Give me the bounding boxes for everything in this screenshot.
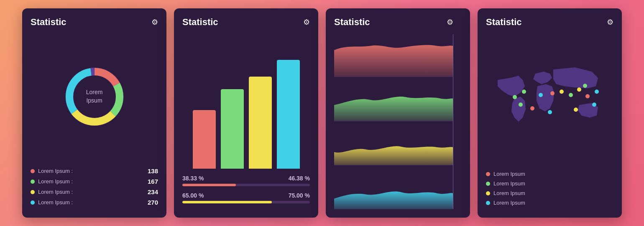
- svg-point-11: [560, 90, 564, 94]
- card-title-4: Statistic: [486, 17, 522, 28]
- card-map: Statistic ⚙: [478, 8, 622, 218]
- donut-wrapper: Lorem Ipsum: [57, 59, 132, 134]
- progress-label-left-1: 65.00 %: [182, 192, 204, 199]
- map-legend-item-3: Lorem Ipsum: [486, 200, 613, 206]
- progress-fill-1: [182, 201, 272, 203]
- legend-label-0: Lorem Ipsum :: [38, 168, 73, 174]
- card-area: Statistic ⚙ xx: [326, 8, 470, 218]
- svg-point-12: [569, 93, 573, 97]
- area-row-0: xx: [334, 34, 453, 77]
- area-svg-2: [334, 123, 453, 165]
- progress-label-right-1: 75.00 %: [289, 192, 310, 199]
- map-legend-dot-3: [486, 201, 490, 205]
- map-legend-item-2: Lorem Ipsum: [486, 190, 613, 196]
- progress-fill-0: [182, 184, 236, 186]
- legend-dot-3: [31, 200, 35, 205]
- card-header-3: Statistic ⚙: [334, 17, 453, 28]
- map-legend-dot-2: [486, 191, 490, 195]
- bar-1: [221, 89, 244, 169]
- map-legend-dot-1: [486, 182, 490, 186]
- legend-dot-1: [31, 180, 35, 184]
- map-container: [486, 34, 613, 167]
- legend-item-2: Lorem Ipsum : 234: [31, 188, 158, 195]
- world-map-svg: [491, 63, 608, 139]
- legend-dot-2: [31, 190, 35, 194]
- vertical-divider: [453, 34, 453, 209]
- svg-point-16: [519, 103, 523, 107]
- svg-point-14: [585, 94, 590, 98]
- progress-row-0: 38.33 % 46.38 %: [182, 175, 310, 186]
- legend-label-3: Lorem Ipsum :: [38, 199, 73, 205]
- gear-icon-2[interactable]: ⚙: [303, 18, 310, 27]
- bar-2: [249, 77, 272, 169]
- svg-point-9: [539, 93, 543, 97]
- progress-label-right-0: 46.38 %: [289, 175, 310, 182]
- area-charts-wrapper: xx xx: [334, 34, 453, 209]
- map-legend-item-0: Lorem Ipsum: [486, 171, 613, 177]
- svg-point-19: [574, 108, 578, 112]
- card-header-4: Statistic ⚙: [486, 17, 613, 28]
- legend-label-1: Lorem Ipsum :: [38, 178, 73, 185]
- map-legend-label-1: Lorem Ipsum: [493, 180, 525, 187]
- card-header-1: Statistic ⚙: [31, 17, 158, 28]
- donut-container: Lorem Ipsum: [31, 34, 158, 159]
- card-title-1: Statistic: [31, 17, 66, 28]
- donut-center-label: Lorem Ipsum: [86, 88, 103, 105]
- bar-0: [193, 110, 216, 169]
- area-row-2: xx: [334, 123, 453, 166]
- svg-point-17: [530, 106, 534, 110]
- legend-item-0: Lorem Ipsum : 138: [31, 167, 158, 175]
- legend-value-1: 167: [148, 178, 158, 185]
- map-legend-item-1: Lorem Ipsum: [486, 180, 613, 187]
- progress-section: 38.33 % 46.38 % 65.00 % 75.00 %: [182, 171, 310, 209]
- area-svg-3: [334, 167, 453, 209]
- area-row-3: xx: [334, 167, 453, 209]
- legend-item-3: Lorem Ipsum : 270: [31, 199, 158, 206]
- gear-icon-3[interactable]: ⚙: [447, 18, 453, 27]
- progress-bg-1: [182, 201, 310, 203]
- area-svg-0: [334, 34, 453, 77]
- legend-dot-0: [31, 169, 35, 173]
- legend-value-3: 270: [148, 199, 158, 206]
- legend-1: Lorem Ipsum : 138 Lorem Ipsum : 167 Lore…: [31, 163, 158, 209]
- progress-bg-0: [182, 184, 310, 186]
- card-header-2: Statistic ⚙: [182, 17, 310, 28]
- legend-value-0: 138: [148, 167, 158, 175]
- card-title-3: Statistic: [334, 17, 370, 28]
- card-title-2: Statistic: [182, 17, 218, 28]
- map-legend-label-3: Lorem Ipsum: [493, 200, 525, 206]
- progress-label-left-0: 38.33 %: [182, 175, 204, 182]
- legend-item-1: Lorem Ipsum : 167: [31, 178, 158, 185]
- area-svg-1: [334, 79, 453, 121]
- legend-value-2: 234: [148, 188, 158, 195]
- svg-point-10: [550, 91, 555, 95]
- map-legend-dot-0: [486, 172, 490, 176]
- map-legend-label-0: Lorem Ipsum: [493, 171, 525, 177]
- gear-icon-4[interactable]: ⚙: [607, 18, 613, 27]
- progress-row-1: 65.00 % 75.00 %: [182, 192, 310, 203]
- svg-point-15: [592, 103, 596, 107]
- card-donut: Statistic ⚙: [22, 8, 166, 218]
- svg-point-21: [595, 90, 599, 94]
- bar-3: [277, 60, 300, 169]
- card-bar: Statistic ⚙ 38.33 % 46.38 % 65.00 %: [174, 8, 318, 218]
- map-legend-label-2: Lorem Ipsum: [493, 190, 525, 196]
- legend-label-2: Lorem Ipsum :: [38, 189, 73, 195]
- svg-point-7: [513, 95, 517, 99]
- area-row-1: xx: [334, 79, 453, 121]
- svg-point-13: [577, 87, 581, 92]
- bar-chart-area: [182, 34, 310, 171]
- map-legend: Lorem Ipsum Lorem Ipsum Lorem Ipsum Lore…: [486, 167, 613, 209]
- dashboard: Statistic ⚙: [0, 0, 644, 226]
- svg-point-18: [548, 110, 552, 114]
- svg-point-8: [522, 90, 526, 94]
- svg-point-20: [583, 84, 587, 88]
- gear-icon-1[interactable]: ⚙: [151, 18, 158, 27]
